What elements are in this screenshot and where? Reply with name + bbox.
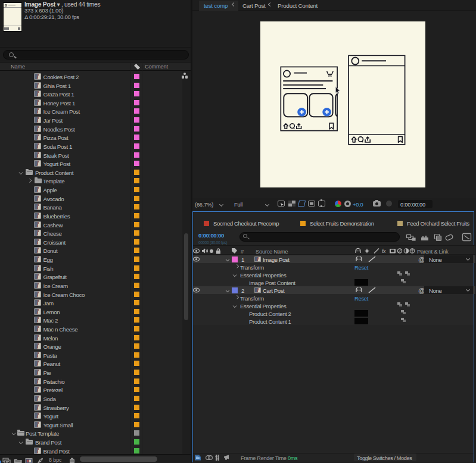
svg-text:fx: fx <box>382 248 386 254</box>
